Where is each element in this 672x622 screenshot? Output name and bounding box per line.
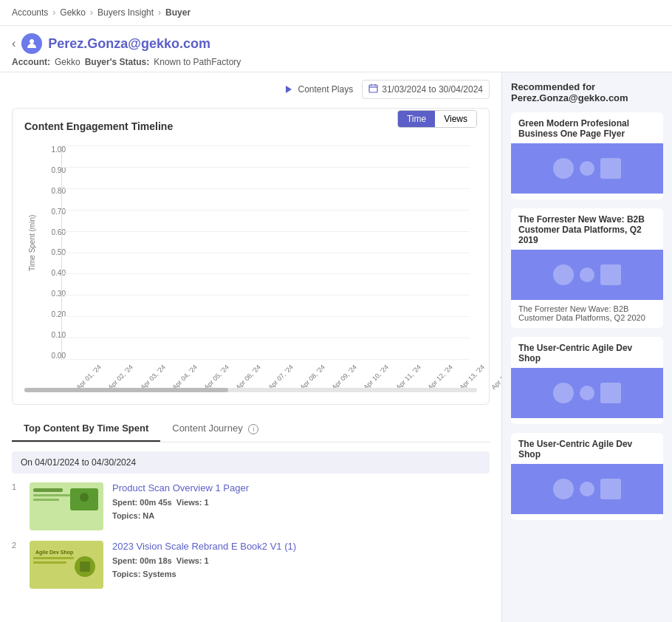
list-item: 1 Product Scan Overview 1 Pager Spent: 0: [12, 482, 490, 530]
recommended-title: Recommended for Perez.Gonza@gekko.com: [511, 81, 663, 103]
status-label: Buyer's Status:: [85, 57, 150, 67]
svg-marker-1: [286, 86, 292, 93]
svg-rect-17: [80, 561, 90, 572]
svg-rect-9: [33, 499, 59, 501]
item-title-2[interactable]: 2023 Vision Scale Rebrand E Book2 V1 (1): [112, 541, 490, 552]
breadcrumb-current: Buyer: [165, 7, 191, 18]
tab-top-content[interactable]: Top Content By Time Spent: [12, 417, 160, 442]
thumb-image-2: Agile Dev Shop: [30, 541, 103, 589]
chart-plot: [61, 146, 470, 360]
breadcrumb-sep-1: ›: [52, 7, 55, 18]
rec-shape-circle-5: [553, 383, 574, 403]
rec-item-1: Green Modern Profesional Business One Pa…: [511, 112, 663, 199]
item-meta-1: Spent: 00m 45s Views: 1 Topics: NA: [112, 496, 490, 522]
right-panel: Recommended for Perez.Gonza@gekko.com Gr…: [502, 72, 672, 622]
main-layout: Content Plays 31/03/2024 to 30/04/2024 C…: [0, 72, 672, 622]
item-thumbnail-1: [30, 482, 103, 530]
x-axis: Apr 01, '24Apr 02, '24Apr 03, '24Apr 04,…: [70, 375, 470, 382]
breadcrumb-sep-3: ›: [158, 7, 161, 18]
info-icon[interactable]: i: [248, 424, 258, 434]
chart-area: Time Spent (min) 1.00 0.90 0.80 0.70 0.6…: [24, 146, 477, 382]
x-label: Apr 04, '24: [171, 363, 199, 392]
rec-thumbnail-4: [511, 464, 663, 514]
content-plays-button[interactable]: Content Plays: [284, 84, 353, 95]
x-label: Apr 14, '24: [490, 363, 502, 392]
user-avatar-icon: [21, 33, 42, 54]
views-button[interactable]: Views: [435, 111, 476, 127]
x-label: Apr 03, '24: [139, 363, 167, 392]
y-axis-label: Time Spent (min): [28, 215, 36, 271]
x-label: Apr 11, '24: [394, 363, 422, 392]
rec-title-1[interactable]: Green Modern Profesional Business One Pa…: [511, 112, 663, 143]
x-label: Apr 10, '24: [363, 363, 391, 392]
svg-text:Agile Dev Shop: Agile Dev Shop: [35, 550, 73, 556]
left-panel: Content Plays 31/03/2024 to 30/04/2024 C…: [0, 72, 502, 622]
rec-shape-circle-7: [553, 479, 574, 499]
rec-shape-circle-6: [580, 386, 594, 400]
breadcrumb-accounts[interactable]: Accounts: [12, 7, 48, 18]
rec-title-2[interactable]: The Forrester New Wave: B2B Customer Dat…: [511, 208, 663, 250]
status-value: Known to PathFactory: [154, 57, 241, 67]
item-info-1: Product Scan Overview 1 Pager Spent: 00m…: [112, 482, 490, 522]
content-plays-label: Content Plays: [298, 84, 353, 95]
x-label: Apr 02, '24: [107, 363, 135, 392]
rec-shape-envelope-2: [600, 264, 621, 285]
item-meta-2: Spent: 00m 18s Views: 1 Topics: Systems: [112, 555, 490, 581]
svg-rect-8: [33, 494, 70, 496]
date-range-button[interactable]: 31/03/2024 to 30/04/2024: [362, 80, 490, 99]
rec-shape-envelope-1: [600, 158, 621, 179]
chart-title: Content Engagement Timeline: [24, 120, 173, 132]
tabs: Top Content By Time Spent Content Journe…: [12, 417, 490, 442]
date-range-value: 31/03/2024 to 30/04/2024: [382, 84, 483, 95]
x-label: Apr 13, '24: [458, 363, 486, 392]
back-button[interactable]: ‹: [12, 37, 16, 50]
toolbar-row: Content Plays 31/03/2024 to 30/04/2024: [12, 80, 490, 99]
buyer-email[interactable]: Perez.Gonza@gekko.com: [48, 36, 210, 52]
tab-content-journey[interactable]: Content Journey i: [160, 417, 270, 442]
item-number-2: 2: [12, 541, 21, 550]
x-label: Apr 12, '24: [426, 363, 454, 392]
breadcrumb-gekko[interactable]: Gekko: [60, 7, 86, 18]
rec-thumbnail-2: [511, 250, 663, 300]
x-label: Apr 06, '24: [235, 363, 263, 392]
rec-shape-circle-3: [553, 264, 574, 285]
rec-shape-circle-1: [553, 158, 574, 179]
rec-shape-circle-4: [580, 267, 594, 282]
x-label: Apr 05, '24: [202, 363, 230, 392]
rec-caption-2: The Forrester New Wave: B2B Customer Dat…: [511, 300, 663, 322]
rec-shape-envelope-3: [600, 383, 621, 403]
header: ‹ Perez.Gonza@gekko.com Account: Gekko B…: [0, 26, 672, 72]
thumb-image-1: [30, 482, 103, 530]
x-label: Apr 08, '24: [298, 363, 326, 392]
breadcrumb-sep-2: ›: [90, 7, 93, 18]
breadcrumb-buyers-insight[interactable]: Buyers Insight: [97, 7, 154, 18]
account-label: Account:: [12, 57, 50, 67]
svg-rect-15: [33, 561, 66, 564]
chart-container: Content Engagement Timeline Time Views T…: [12, 108, 490, 405]
svg-rect-7: [33, 488, 63, 492]
item-title-1[interactable]: Product Scan Overview 1 Pager: [112, 482, 490, 493]
item-info-2: 2023 Vision Scale Rebrand E Book2 V1 (1)…: [112, 541, 490, 581]
x-label: Apr 07, '24: [267, 363, 295, 392]
list-item: 2 Agile Dev Shop 2023 Vision Scale Rebra…: [12, 541, 490, 589]
item-number-1: 1: [12, 482, 21, 491]
calendar-icon: [368, 83, 378, 95]
svg-rect-14: [33, 557, 74, 559]
svg-point-0: [30, 39, 34, 44]
svg-point-11: [80, 493, 89, 502]
rec-thumbnail-3: [511, 368, 663, 418]
rec-item-2: The Forrester New Wave: B2B Customer Dat…: [511, 208, 663, 328]
rec-shape-circle-2: [580, 161, 594, 176]
scrollbar-track[interactable]: [24, 388, 477, 392]
chart-gridlines: [62, 146, 470, 359]
rec-title-4[interactable]: The User-Centric Agile Dev Shop: [511, 433, 663, 464]
rec-item-4: The User-Centric Agile Dev Shop: [511, 433, 663, 520]
rec-title-3[interactable]: The User-Centric Agile Dev Shop: [511, 337, 663, 368]
time-button[interactable]: Time: [398, 111, 435, 127]
account-value: Gekko: [55, 57, 80, 67]
rec-shape-circle-8: [580, 482, 594, 496]
x-label: Apr 01, '24: [75, 363, 103, 392]
play-icon: [284, 84, 294, 95]
item-thumbnail-2: Agile Dev Shop: [30, 541, 103, 589]
rec-thumbnail-1: [511, 143, 663, 194]
